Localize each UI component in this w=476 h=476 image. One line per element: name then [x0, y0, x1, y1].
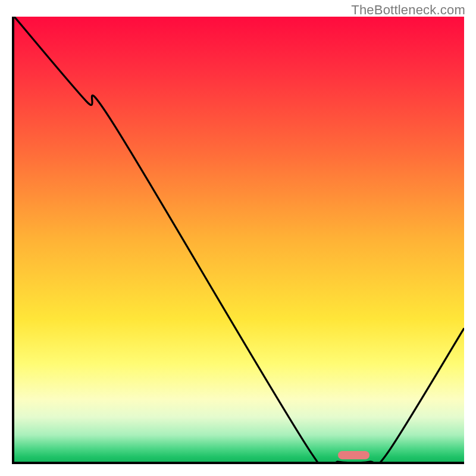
chart-frame: TheBottleneck.com — [0, 0, 476, 476]
watermark-text: TheBottleneck.com — [351, 2, 465, 18]
plot-area — [12, 17, 464, 464]
bottleneck-curve-path — [14, 17, 464, 462]
bottleneck-curve — [14, 17, 464, 462]
